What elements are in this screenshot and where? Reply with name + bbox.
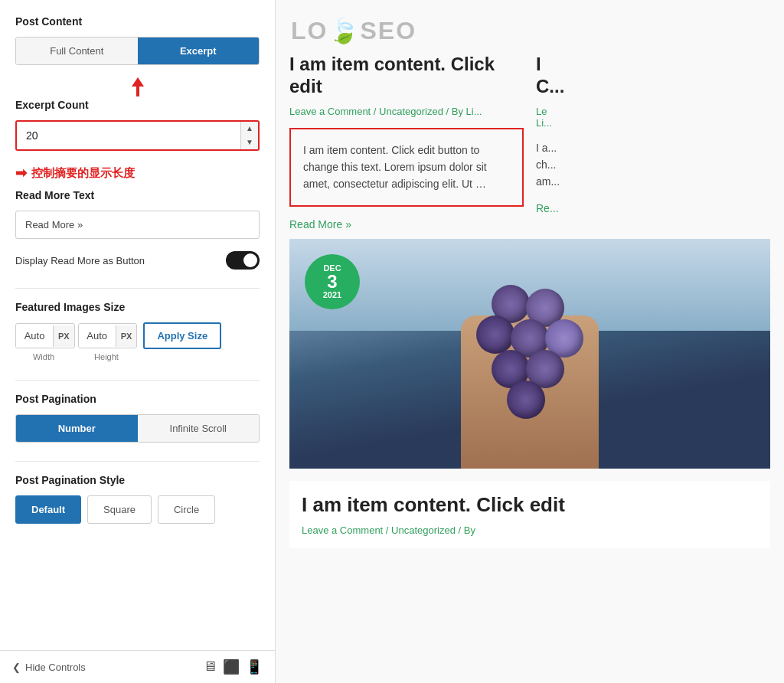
height-unit: PX [116, 325, 137, 347]
desktop-icon[interactable]: 🖥 [203, 658, 217, 675]
post-1-meta: Leave a Comment / Uncategorized / By Li.… [289, 106, 524, 117]
chevron-left-icon: ❮ [12, 662, 21, 673]
post-2-title-partial: IC... [536, 54, 770, 98]
post-2-meta-li: Li... [536, 117, 552, 129]
post-1-card: I am item content. Click edit Leave a Co… [289, 54, 524, 231]
post-2-meta-partial: Le Li... [536, 106, 770, 129]
logo-text-seo: SEO [360, 17, 416, 45]
infinite-scroll-button[interactable]: Infinite Scroll [138, 415, 260, 442]
post-content-title: Post Content [15, 15, 260, 28]
excerpt-count-section: Excerpt Count ▲ ▼ [15, 99, 260, 151]
display-read-more-toggle[interactable] [226, 251, 260, 270]
display-read-more-label: Display Read More as Button [15, 255, 145, 266]
device-icons: 🖥 ⬛ 📱 [203, 658, 263, 675]
pagination-title: Post Pagination [15, 393, 260, 405]
height-label: Height [80, 352, 133, 361]
height-input-box: PX [78, 323, 138, 348]
width-input[interactable] [16, 324, 53, 348]
spinner-up[interactable]: ▲ [241, 122, 258, 136]
hide-controls-left[interactable]: ❮ Hide Controls [12, 662, 86, 673]
post-1-excerpt-box: I am item content. Click edit button to … [289, 128, 524, 207]
annotation-arrow-icon: ➡ [15, 165, 27, 181]
excerpt-count-input-group: ▲ ▼ [15, 120, 260, 151]
pagination-style-group: Default Square Circle [15, 495, 260, 524]
date-badge: Dec 3 2021 [305, 254, 360, 309]
excerpt-arrow [15, 76, 260, 99]
read-more-section: Read More Text [15, 189, 260, 239]
annotation-text: 控制摘要的显示长度 [31, 166, 135, 181]
post-2-read-more[interactable]: Re... [536, 202, 559, 214]
spinner-buttons: ▲ ▼ [240, 122, 258, 149]
read-more-text-title: Read More Text [15, 189, 260, 201]
hide-controls-label: Hide Controls [25, 662, 86, 673]
posts-row: I am item content. Click edit Leave a Co… [276, 54, 784, 231]
left-panel: Post Content Full Content Excerpt Excerp… [0, 0, 276, 683]
number-button[interactable]: Number [16, 415, 138, 442]
pagination-style-section: Post Pagination Style Default Square Cir… [15, 474, 260, 524]
post-3-title: I am item content. Click edit [302, 493, 758, 517]
post-2-card: IC... Le Li... I a...ch...am... Re... [536, 54, 770, 215]
svg-rect-1 [136, 86, 139, 96]
right-panel: LO 🍃 SEO I am item content. Click edit L… [276, 0, 784, 683]
post-2-meta-le: Le [536, 106, 547, 117]
full-content-button[interactable]: Full Content [16, 38, 138, 64]
divider-3 [15, 461, 260, 462]
post-1-meta-link: Li... [466, 106, 482, 117]
width-label: Width [17, 352, 70, 361]
pagination-style-title: Post Pagination Style [15, 474, 260, 486]
featured-images-section: Featured Images Size PX PX Apply Size Wi… [15, 301, 260, 361]
post-image: Dec 3 2021 [289, 239, 770, 469]
logo-leaf-icon: 🍃 [328, 16, 359, 45]
post-1-column: I am item content. Click edit Leave a Co… [283, 54, 530, 231]
width-input-box: PX [15, 323, 75, 348]
pagination-section: Post Pagination Number Infinite Scroll [15, 393, 260, 443]
svg-marker-0 [132, 77, 144, 87]
default-style-button[interactable]: Default [15, 495, 81, 524]
annotation-row: ➡ 控制摘要的显示长度 [15, 165, 260, 181]
post-2-column: IC... Le Li... I a...ch...am... Re... [530, 54, 776, 231]
post-3-content: I am item content. Click edit Leave a Co… [289, 481, 770, 548]
circle-style-button[interactable]: Circle [158, 495, 215, 524]
date-year: 2021 [323, 291, 341, 299]
post-content-section: Post Content Full Content Excerpt [15, 15, 260, 65]
width-unit: PX [53, 325, 74, 347]
tablet-icon[interactable]: ⬛ [223, 658, 240, 675]
apply-size-button[interactable]: Apply Size [143, 322, 221, 349]
grape-3 [476, 315, 514, 354]
post-1-read-more[interactable]: Read More » [289, 218, 351, 230]
post-1-excerpt: I am item content. Click edit button to … [303, 144, 487, 191]
post-1-meta-text: Leave a Comment / Uncategorized / By [289, 106, 463, 117]
featured-images-title: Featured Images Size [15, 301, 260, 313]
spinner-down[interactable]: ▼ [241, 136, 258, 149]
grape-8 [507, 381, 545, 419]
post-image-card: Dec 3 2021 I am item content. Click edit… [289, 239, 770, 548]
post-1-title: I am item content. Click edit [289, 54, 524, 98]
grapes-cluster [469, 285, 591, 423]
grapes-bg [289, 239, 770, 469]
mobile-icon[interactable]: 📱 [246, 658, 263, 675]
divider-1 [15, 288, 260, 289]
size-labels-row: Width Height [15, 352, 260, 361]
excerpt-button[interactable]: Excerpt [138, 38, 260, 64]
read-more-text-input[interactable] [15, 211, 260, 239]
excerpt-count-title: Excerpt Count [15, 99, 260, 111]
hide-controls-bar: ❮ Hide Controls 🖥 ⬛ 📱 [0, 650, 275, 683]
post-with-image-section: Dec 3 2021 I am item content. Click edit… [276, 231, 784, 548]
post-content-toggle-group: Full Content Excerpt [15, 37, 260, 65]
divider-2 [15, 380, 260, 381]
post-2-excerpt-partial: I a...ch...am... [536, 139, 770, 191]
post-image-container: Dec 3 2021 [289, 239, 770, 469]
post-image-row: Dec 3 2021 I am item content. Click edit… [289, 239, 770, 548]
logo-text-lo: LO [291, 17, 328, 45]
date-day: 3 [327, 273, 337, 291]
display-read-more-row: Display Read More as Button [15, 251, 260, 270]
excerpt-count-input[interactable] [17, 122, 240, 149]
size-inputs-row: PX PX Apply Size [15, 322, 260, 349]
height-input[interactable] [79, 324, 116, 348]
square-style-button[interactable]: Square [87, 495, 152, 524]
post-3-meta: Leave a Comment / Uncategorized / By [302, 525, 758, 536]
logo-watermark: LO 🍃 SEO [276, 8, 784, 54]
pagination-toggle-group: Number Infinite Scroll [15, 414, 260, 443]
